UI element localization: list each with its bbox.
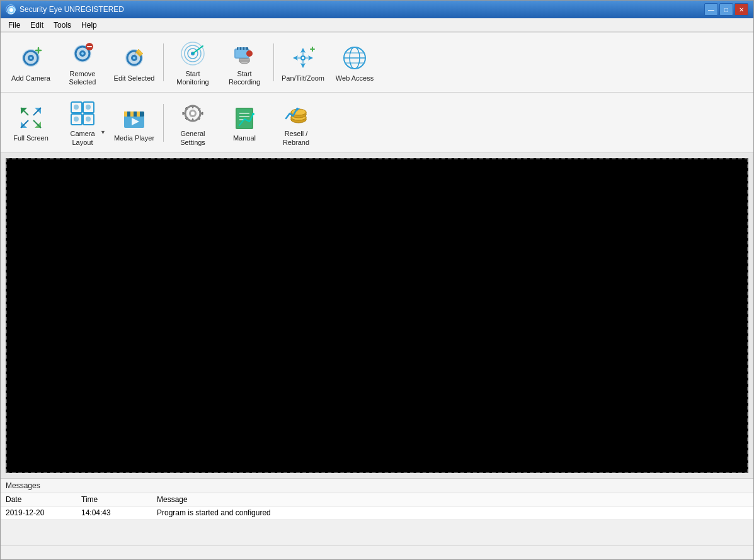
svg-rect-30 bbox=[244, 47, 246, 50]
toolbar2: Full Screen bbox=[1, 93, 753, 152]
svg-point-54 bbox=[74, 117, 79, 122]
svg-point-11 bbox=[81, 52, 84, 55]
menu-help[interactable]: Help bbox=[76, 20, 102, 31]
svg-point-36 bbox=[302, 57, 304, 59]
general-settings-button[interactable]: General Settings bbox=[168, 95, 218, 149]
pan-tilt-zoom-button[interactable]: Pan/Tilt/Zoom bbox=[278, 40, 328, 86]
content-area: Add Camera Remove Selected bbox=[1, 32, 753, 559]
resell-rebrand-button[interactable]: Resell / Rebrand bbox=[271, 95, 321, 149]
svg-rect-59 bbox=[124, 111, 127, 117]
start-monitoring-label: Start Monitoring bbox=[171, 70, 215, 86]
col-time: Time bbox=[76, 493, 152, 506]
svg-point-5 bbox=[30, 57, 32, 59]
svg-point-70 bbox=[252, 113, 254, 115]
titlebar-left: Security Eye UNREGISTERED bbox=[6, 4, 124, 14]
full-screen-label: Full Screen bbox=[13, 134, 49, 142]
dropdown-arrow-icon: ▼ bbox=[100, 129, 106, 135]
resell-rebrand-icon bbox=[281, 98, 311, 129]
start-recording-icon bbox=[229, 38, 260, 69]
menubar: File Edit Tools Help bbox=[1, 18, 753, 32]
add-camera-icon bbox=[16, 43, 46, 73]
svg-point-56 bbox=[86, 117, 91, 122]
svg-rect-61 bbox=[137, 111, 140, 117]
web-access-button[interactable]: Web Access bbox=[329, 40, 380, 86]
close-button[interactable]: ✕ bbox=[734, 3, 748, 16]
remove-selected-icon bbox=[67, 38, 98, 69]
titlebar-controls: ― □ ✕ bbox=[704, 3, 748, 16]
main-area bbox=[1, 153, 753, 478]
remove-selected-label: Remove Selected bbox=[60, 70, 105, 86]
camera-layout-button[interactable]: Camera Layout ▼ bbox=[57, 95, 108, 149]
col-date: Date bbox=[1, 493, 76, 506]
media-player-label: Media Player bbox=[114, 134, 154, 142]
messages-header-row: Date Time Message bbox=[1, 493, 753, 506]
manual-label: Manual bbox=[233, 134, 256, 142]
svg-point-1 bbox=[9, 8, 13, 12]
resell-rebrand-label: Resell / Rebrand bbox=[274, 130, 318, 146]
app-icon bbox=[6, 4, 16, 14]
cell-date: 2019-12-20 bbox=[1, 506, 76, 519]
app-window: Security Eye UNREGISTERED ― □ ✕ File Edi… bbox=[0, 0, 754, 560]
media-player-icon bbox=[119, 103, 149, 133]
add-camera-button[interactable]: Add Camera bbox=[6, 40, 56, 86]
titlebar-title: Security Eye UNREGISTERED bbox=[20, 5, 124, 14]
cell-message: Program is started and configured bbox=[152, 506, 753, 519]
add-camera-label: Add Camera bbox=[11, 74, 50, 83]
toolbar-sep-3 bbox=[163, 104, 164, 142]
maximize-button[interactable]: □ bbox=[719, 3, 733, 16]
menu-edit[interactable]: Edit bbox=[25, 20, 49, 31]
camera-layout-icon bbox=[67, 98, 98, 129]
pan-tilt-zoom-icon bbox=[288, 43, 318, 73]
toolbar-sep-1 bbox=[163, 43, 164, 81]
svg-point-17 bbox=[133, 57, 135, 59]
svg-rect-29 bbox=[241, 47, 243, 50]
messages-title: Messages bbox=[1, 479, 753, 493]
svg-point-55 bbox=[86, 105, 91, 110]
web-access-icon bbox=[340, 43, 370, 73]
svg-rect-60 bbox=[130, 111, 134, 117]
edit-selected-icon bbox=[119, 43, 149, 73]
remove-selected-button[interactable]: Remove Selected bbox=[57, 35, 108, 89]
web-access-label: Web Access bbox=[336, 74, 374, 83]
camera-view bbox=[6, 158, 748, 473]
manual-button[interactable]: Manual bbox=[219, 100, 270, 146]
manual-icon bbox=[229, 103, 260, 133]
general-settings-icon bbox=[178, 98, 208, 129]
start-monitoring-button[interactable]: Start Monitoring bbox=[168, 35, 218, 89]
pan-tilt-zoom-label: Pan/Tilt/Zoom bbox=[282, 74, 324, 83]
full-screen-icon bbox=[16, 103, 46, 133]
svg-point-53 bbox=[74, 105, 79, 110]
main-wrapper: Messages Date Time Message 2019-12-2014:… bbox=[1, 153, 753, 546]
svg-point-64 bbox=[191, 111, 195, 115]
messages-body: 2019-12-2014:04:43Program is started and… bbox=[1, 506, 753, 519]
statusbar bbox=[1, 546, 753, 559]
start-monitoring-icon bbox=[178, 38, 208, 69]
toolbar1: Add Camera Remove Selected bbox=[1, 32, 753, 93]
svg-rect-32 bbox=[239, 59, 249, 61]
toolbar-sep-2 bbox=[273, 43, 274, 81]
cell-time: 14:04:43 bbox=[76, 506, 152, 519]
edit-selected-label: Edit Selected bbox=[114, 74, 155, 83]
menu-file[interactable]: File bbox=[3, 20, 25, 31]
minimize-button[interactable]: ― bbox=[704, 3, 718, 16]
messages-table: Date Time Message 2019-12-2014:04:43Prog… bbox=[1, 493, 753, 520]
edit-selected-button[interactable]: Edit Selected bbox=[109, 40, 159, 86]
messages-panel: Messages Date Time Message 2019-12-2014:… bbox=[1, 478, 753, 520]
svg-rect-28 bbox=[238, 47, 240, 50]
menu-tools[interactable]: Tools bbox=[49, 20, 76, 31]
media-player-button[interactable]: Media Player bbox=[109, 100, 159, 146]
col-message: Message bbox=[152, 493, 753, 506]
table-row: 2019-12-2014:04:43Program is started and… bbox=[1, 506, 753, 519]
camera-layout-label: Camera Layout bbox=[60, 130, 105, 146]
svg-point-26 bbox=[246, 50, 253, 57]
start-recording-button[interactable]: Start Recording bbox=[219, 35, 270, 89]
titlebar: Security Eye UNREGISTERED ― □ ✕ bbox=[1, 1, 753, 18]
general-settings-label: General Settings bbox=[171, 130, 215, 146]
full-screen-button[interactable]: Full Screen bbox=[6, 100, 56, 146]
start-recording-label: Start Recording bbox=[222, 70, 266, 86]
